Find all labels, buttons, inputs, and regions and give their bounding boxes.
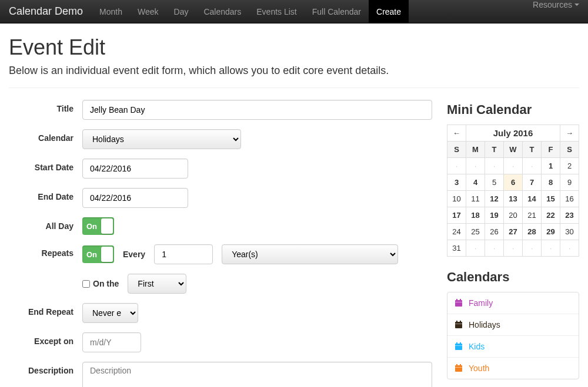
calendar-day-empty: ·	[523, 158, 542, 174]
calendar-day[interactable]: 18	[466, 207, 485, 224]
calendar-day[interactable]: 23	[560, 207, 579, 224]
start-date-input[interactable]	[82, 159, 188, 179]
all-day-toggle[interactable]: On	[82, 217, 114, 235]
nav-item-calendars[interactable]: Calendars	[196, 0, 249, 23]
calendar-day[interactable]: 22	[542, 207, 560, 224]
brand-link[interactable]: Calendar Demo	[9, 0, 92, 23]
calendar-day[interactable]: 7	[523, 174, 542, 191]
calendar-list-item[interactable]: Holidays	[447, 314, 579, 336]
calendar-day[interactable]: 30	[560, 224, 579, 240]
nav-item-week[interactable]: Week	[130, 0, 166, 23]
weekday-header: M	[466, 142, 485, 158]
description-textarea[interactable]	[82, 362, 432, 387]
calendar-day[interactable]: 26	[485, 224, 504, 240]
svg-rect-2	[460, 299, 461, 301]
end-repeat-select[interactable]: Never ends	[82, 303, 138, 323]
repeats-toggle-label: On	[82, 250, 97, 259]
calendar-day[interactable]: 24	[447, 224, 466, 240]
repeats-toggle[interactable]: On	[82, 245, 114, 263]
calendar-select[interactable]: Holidays	[82, 129, 241, 149]
mini-calendar-heading: Mini Calendar	[447, 102, 579, 117]
calendars-list: FamilyHolidaysKidsYouth	[447, 292, 579, 379]
on-the-checkbox[interactable]	[82, 280, 90, 288]
weekday-header: F	[542, 142, 560, 158]
calendar-label: Calendar	[9, 129, 82, 143]
calendar-day-empty: ·	[466, 158, 485, 174]
all-day-label: All Day	[9, 217, 82, 231]
calendar-list-label: Family	[469, 298, 493, 308]
calendar-day[interactable]: 4	[466, 174, 485, 191]
calendar-icon	[455, 342, 463, 351]
calendar-day[interactable]: 20	[504, 207, 523, 224]
repeat-interval-input[interactable]	[154, 244, 213, 264]
calendar-list-item[interactable]: Kids	[447, 336, 579, 358]
svg-rect-5	[456, 321, 457, 322]
calendar-day-empty: ·	[485, 240, 504, 257]
except-on-input[interactable]	[82, 332, 141, 352]
calendar-day-empty: ·	[504, 158, 523, 174]
mini-calendar-title: July 2016	[466, 125, 560, 142]
nav-item-events-list[interactable]: Events List	[249, 0, 304, 23]
on-the-checkbox-wrap[interactable]: On the	[82, 279, 119, 288]
calendar-day[interactable]: 17	[447, 207, 466, 224]
calendar-day[interactable]: 3	[447, 174, 466, 191]
calendar-day[interactable]: 8	[542, 174, 560, 191]
weekday-header: T	[523, 142, 542, 158]
calendar-day[interactable]: 21	[523, 207, 542, 224]
nav-item-day[interactable]: Day	[166, 0, 196, 23]
nav-list: MonthWeekDayCalendarsEvents ListFull Cal…	[92, 0, 409, 23]
calendar-list-item[interactable]: Youth	[447, 358, 579, 379]
end-date-input[interactable]	[82, 188, 188, 208]
calendar-day[interactable]: 15	[542, 191, 560, 207]
start-date-label: Start Date	[9, 159, 82, 172]
nav-right: Resources	[533, 0, 579, 23]
svg-rect-0	[455, 300, 462, 307]
calendar-day[interactable]: 25	[466, 224, 485, 240]
calendar-day[interactable]: 2	[560, 158, 579, 174]
calendar-list-item[interactable]: Family	[447, 292, 579, 314]
nav-item-create[interactable]: Create	[369, 0, 409, 23]
calendar-day[interactable]: 31	[447, 240, 466, 257]
end-repeat-label: End Repeat	[9, 303, 82, 317]
resources-label: Resources	[533, 0, 572, 9]
svg-rect-7	[455, 324, 462, 324]
svg-rect-15	[455, 367, 462, 368]
calendar-day[interactable]: 5	[485, 174, 504, 191]
calendar-day[interactable]: 6	[504, 174, 523, 191]
prev-month-button[interactable]: ←	[447, 125, 466, 142]
top-navbar: Calendar Demo MonthWeekDayCalendarsEvent…	[0, 0, 588, 23]
calendar-day[interactable]: 11	[466, 191, 485, 207]
calendar-day[interactable]: 9	[560, 174, 579, 191]
calendar-list-label: Youth	[469, 364, 489, 373]
calendar-day[interactable]: 1	[542, 158, 560, 174]
all-day-toggle-label: On	[82, 222, 97, 231]
calendar-icon	[455, 299, 463, 307]
weekday-header: S	[447, 142, 466, 158]
nav-item-full-calendar[interactable]: Full Calendar	[305, 0, 369, 23]
repeat-unit-select[interactable]: Year(s)	[222, 244, 398, 264]
calendar-day[interactable]: 12	[485, 191, 504, 207]
calendar-day[interactable]: 13	[504, 191, 523, 207]
except-on-label: Except on	[9, 332, 82, 346]
calendar-list-label: Kids	[469, 342, 485, 351]
weekday-header: T	[485, 142, 504, 158]
calendar-day[interactable]: 28	[523, 224, 542, 240]
calendar-day[interactable]: 19	[485, 207, 504, 224]
on-the-label: On the	[93, 279, 119, 288]
calendar-day-empty: ·	[447, 158, 466, 174]
calendar-day[interactable]: 14	[523, 191, 542, 207]
calendar-day[interactable]: 29	[542, 224, 560, 240]
svg-rect-1	[456, 299, 457, 301]
toggle-knob	[101, 218, 113, 234]
next-month-button[interactable]: →	[560, 125, 579, 142]
nav-item-month[interactable]: Month	[92, 0, 130, 23]
title-label: Title	[9, 100, 82, 113]
calendar-day[interactable]: 10	[447, 191, 466, 207]
title-input[interactable]	[82, 100, 432, 120]
calendar-day[interactable]: 16	[560, 191, 579, 207]
on-the-select[interactable]: First	[128, 274, 186, 294]
calendar-list-label: Holidays	[469, 320, 500, 329]
calendar-day[interactable]: 27	[504, 224, 523, 240]
resources-dropdown[interactable]: Resources	[533, 0, 579, 9]
svg-rect-13	[456, 364, 457, 366]
